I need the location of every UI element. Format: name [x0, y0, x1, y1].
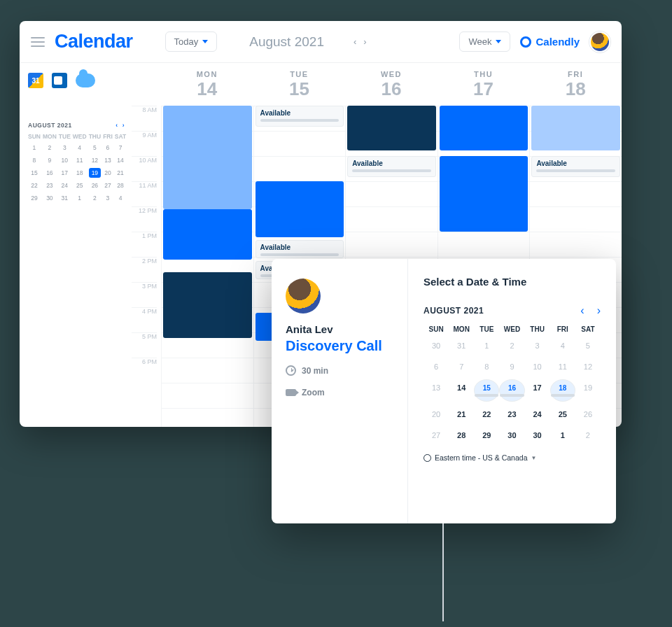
- mini-day[interactable]: 27: [103, 181, 113, 190]
- event-block[interactable]: [163, 272, 252, 338]
- picker-day[interactable]: 25: [550, 406, 575, 423]
- view-selector[interactable]: Week: [459, 31, 510, 52]
- picker-day[interactable]: 28: [449, 427, 474, 444]
- picker-day[interactable]: 2: [575, 427, 601, 444]
- picker-day[interactable]: 1: [550, 427, 575, 444]
- mini-day[interactable]: 23: [43, 181, 57, 190]
- next-period-button[interactable]: ›: [363, 36, 366, 47]
- mini-day[interactable]: 12: [89, 155, 101, 165]
- mini-day[interactable]: 9: [43, 155, 57, 165]
- mini-day[interactable]: 6: [103, 143, 113, 153]
- picker-day[interactable]: 12: [575, 358, 601, 375]
- picker-day[interactable]: 13: [424, 379, 449, 402]
- mini-day[interactable]: 10: [59, 155, 71, 165]
- picker-day[interactable]: 3: [525, 337, 550, 354]
- calendly-badge[interactable]: Calendly: [520, 36, 580, 48]
- picker-day[interactable]: 17: [525, 379, 550, 402]
- mini-day[interactable]: 18: [73, 168, 87, 178]
- picker-day[interactable]: 24: [525, 406, 550, 423]
- duration-row: 30 min: [286, 365, 393, 376]
- mini-day[interactable]: 13: [103, 155, 113, 165]
- picker-day[interactable]: 16: [499, 379, 524, 402]
- prev-period-button[interactable]: ‹: [354, 36, 356, 47]
- mini-day[interactable]: 2: [89, 193, 101, 203]
- mini-day[interactable]: 11: [73, 155, 87, 165]
- picker-day[interactable]: 9: [499, 358, 524, 375]
- mini-day[interactable]: 4: [73, 143, 87, 153]
- picker-day[interactable]: 18: [550, 379, 575, 402]
- mini-day[interactable]: 26: [89, 181, 101, 190]
- picker-day[interactable]: 23: [499, 406, 524, 423]
- mini-day[interactable]: 19: [89, 168, 101, 178]
- current-period: August 2021: [249, 34, 324, 50]
- mini-next-button[interactable]: ›: [122, 122, 125, 129]
- mini-day[interactable]: 3: [59, 143, 71, 153]
- user-avatar[interactable]: [589, 31, 610, 52]
- picker-day[interactable]: 4: [550, 337, 575, 354]
- available-slot[interactable]: Available: [531, 156, 620, 177]
- picker-day[interactable]: 30: [424, 337, 449, 354]
- mini-day[interactable]: 31: [59, 193, 71, 203]
- picker-day[interactable]: 22: [474, 406, 499, 423]
- picker-day[interactable]: 20: [424, 406, 449, 423]
- mini-day[interactable]: 30: [43, 193, 57, 203]
- picker-day[interactable]: 31: [449, 337, 474, 354]
- picker-next-button[interactable]: ›: [597, 304, 601, 317]
- mini-prev-button[interactable]: ‹: [115, 122, 118, 129]
- mini-day[interactable]: 28: [115, 181, 126, 190]
- mini-dow: TUE: [59, 133, 71, 140]
- picker-day[interactable]: 15: [474, 379, 499, 402]
- mini-day[interactable]: 24: [59, 181, 71, 190]
- picker-day[interactable]: 26: [575, 406, 601, 423]
- picker-day[interactable]: 14: [449, 379, 474, 402]
- mini-day[interactable]: 25: [73, 181, 87, 190]
- available-slot[interactable]: Available: [255, 106, 344, 127]
- mini-day[interactable]: 1: [28, 143, 41, 153]
- picker-day[interactable]: 2: [499, 337, 524, 354]
- google-calendar-icon[interactable]: 31: [28, 73, 43, 88]
- event-block[interactable]: [163, 209, 252, 260]
- picker-day[interactable]: 1: [474, 337, 499, 354]
- mini-day[interactable]: 20: [103, 168, 113, 178]
- picker-day[interactable]: 6: [424, 358, 449, 375]
- mini-day[interactable]: 5: [89, 143, 101, 153]
- cloud-icon[interactable]: [76, 73, 95, 87]
- menu-icon[interactable]: [31, 37, 45, 47]
- picker-day[interactable]: 30: [499, 427, 524, 444]
- event-block[interactable]: [255, 181, 344, 237]
- picker-day[interactable]: 10: [525, 358, 550, 375]
- picker-day[interactable]: 11: [550, 358, 575, 375]
- event-block[interactable]: [531, 106, 620, 150]
- mini-day[interactable]: 4: [115, 193, 126, 203]
- mini-day[interactable]: 29: [28, 193, 41, 203]
- mini-day[interactable]: 17: [59, 168, 71, 178]
- mini-day[interactable]: 21: [115, 168, 126, 178]
- picker-day[interactable]: 27: [424, 427, 449, 444]
- event-block[interactable]: [440, 106, 528, 150]
- mini-day[interactable]: 14: [115, 155, 126, 165]
- mini-day[interactable]: 7: [115, 143, 126, 153]
- picker-day[interactable]: 5: [575, 337, 601, 354]
- picker-day[interactable]: 7: [449, 358, 474, 375]
- available-slot[interactable]: Available: [347, 156, 436, 177]
- mini-day[interactable]: 2: [43, 143, 57, 153]
- mini-day[interactable]: 15: [28, 168, 41, 178]
- today-button[interactable]: Today: [165, 31, 218, 52]
- timezone-selector[interactable]: Eastern time - US & Canada ▼: [424, 453, 601, 462]
- available-slot[interactable]: Available: [255, 240, 344, 258]
- picker-day[interactable]: 21: [449, 406, 474, 423]
- picker-day[interactable]: 29: [474, 427, 499, 444]
- mini-day[interactable]: 16: [43, 168, 57, 178]
- event-block[interactable]: [347, 106, 436, 150]
- event-block[interactable]: [440, 156, 528, 232]
- event-block[interactable]: [163, 106, 252, 209]
- picker-prev-button[interactable]: ‹: [580, 304, 584, 317]
- outlook-icon[interactable]: [52, 73, 67, 88]
- mini-day[interactable]: 8: [28, 155, 41, 165]
- mini-day[interactable]: 1: [73, 193, 87, 203]
- picker-day[interactable]: 19: [575, 379, 601, 402]
- mini-day[interactable]: 22: [28, 181, 41, 190]
- picker-day[interactable]: 8: [474, 358, 499, 375]
- mini-day[interactable]: 3: [103, 193, 113, 203]
- picker-day[interactable]: 30: [525, 427, 550, 444]
